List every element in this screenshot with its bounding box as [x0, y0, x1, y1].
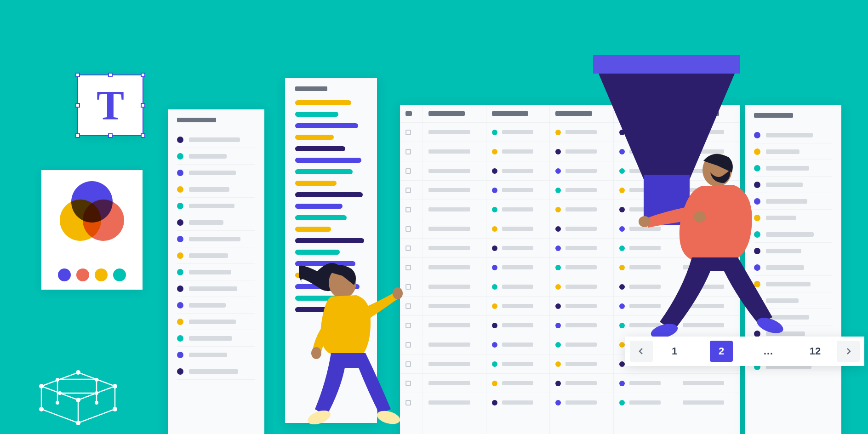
list-item	[754, 127, 832, 143]
list-item	[177, 165, 255, 181]
table-cell	[486, 238, 549, 257]
table-cell	[423, 122, 486, 142]
table-cell	[550, 296, 613, 315]
svg-point-4	[39, 407, 44, 411]
list-item	[295, 192, 363, 197]
table-cell	[400, 219, 423, 238]
pagination-page-button[interactable]: 1	[663, 341, 686, 362]
list-item	[177, 347, 255, 363]
color-swatch	[76, 268, 89, 281]
list-item	[295, 146, 345, 151]
table-cell	[614, 373, 677, 393]
svg-point-3	[76, 398, 80, 402]
table-cell	[423, 238, 486, 257]
svg-point-5	[76, 421, 80, 425]
table-cell	[677, 393, 740, 412]
svg-point-23	[694, 211, 706, 223]
table-cell	[486, 373, 549, 393]
table-cell	[550, 393, 613, 412]
list-item	[295, 204, 343, 209]
table-cell	[486, 122, 549, 142]
list-item	[177, 148, 255, 165]
list-panel-a	[168, 109, 264, 434]
list-item	[295, 112, 338, 117]
table-cell	[550, 257, 613, 277]
list-item	[177, 314, 255, 330]
list-item	[177, 231, 255, 247]
svg-point-11	[58, 391, 62, 395]
table-cell	[486, 335, 549, 354]
table-cell	[550, 373, 613, 393]
table-cell	[400, 122, 423, 142]
table-cell	[423, 354, 486, 373]
table-cell	[423, 393, 486, 412]
table-cell	[677, 373, 740, 393]
table-cell	[486, 315, 549, 335]
list-item	[177, 297, 255, 314]
table-cell	[486, 257, 549, 277]
list-item	[295, 181, 337, 186]
list-item	[177, 181, 255, 198]
list-item	[295, 227, 331, 232]
svg-point-9	[56, 401, 59, 405]
svg-point-17	[393, 287, 403, 299]
list-item	[295, 158, 361, 163]
pagination-page-button[interactable]: 2	[710, 341, 733, 362]
svg-point-12	[95, 391, 98, 395]
table-cell	[550, 335, 613, 354]
color-swatch	[113, 268, 126, 281]
svg-point-0	[39, 384, 44, 388]
color-swatch	[95, 268, 108, 281]
color-swatches	[58, 268, 126, 281]
table-cell	[400, 142, 423, 161]
svg-point-2	[113, 384, 117, 388]
list-item	[177, 264, 255, 280]
svg-point-10	[95, 401, 98, 405]
list-item	[295, 238, 364, 243]
list-item	[177, 198, 255, 214]
table-cell	[486, 296, 549, 315]
svg-point-7	[56, 378, 59, 382]
table-cell	[550, 238, 613, 257]
table-cell	[486, 161, 549, 180]
svg-point-18	[311, 347, 321, 359]
table-cell	[400, 238, 423, 257]
table-cell	[423, 373, 486, 393]
table-cell	[423, 142, 486, 161]
table-cell	[400, 200, 423, 219]
table-cell	[550, 315, 613, 335]
svg-point-1	[76, 370, 80, 375]
svg-point-22	[639, 216, 651, 227]
svg-point-8	[95, 378, 98, 382]
typography-glyph: T	[97, 82, 124, 129]
list-item	[177, 131, 255, 148]
table-cell	[486, 180, 549, 200]
pagination-page-button[interactable]: 12	[804, 341, 827, 362]
table-cell	[486, 393, 549, 412]
table-cell	[400, 161, 423, 180]
table-cell	[486, 219, 549, 238]
table-cell	[486, 200, 549, 219]
person-woman-illustration	[299, 257, 418, 432]
color-palette-card	[41, 170, 143, 290]
list-item	[177, 280, 255, 297]
pagination-prev-button[interactable]	[630, 341, 653, 362]
table-cell	[423, 161, 486, 180]
typography-card: T	[78, 75, 143, 135]
table-cell	[423, 200, 486, 219]
venn-diagram-icon	[60, 181, 124, 241]
wireframe-cube-icon	[32, 359, 124, 432]
svg-rect-13	[593, 55, 740, 74]
list-item	[295, 215, 347, 220]
list-item	[177, 247, 255, 264]
table-cell	[486, 277, 549, 296]
person-man-illustration	[621, 147, 805, 345]
list-item	[295, 169, 353, 174]
list-item	[177, 330, 255, 347]
list-item	[295, 135, 334, 140]
pagination-next-button[interactable]	[837, 341, 860, 362]
pagination: 12…12	[625, 337, 864, 366]
table-cell	[423, 219, 486, 238]
pagination-ellipsis: …	[757, 341, 780, 362]
table-cell	[614, 393, 677, 412]
